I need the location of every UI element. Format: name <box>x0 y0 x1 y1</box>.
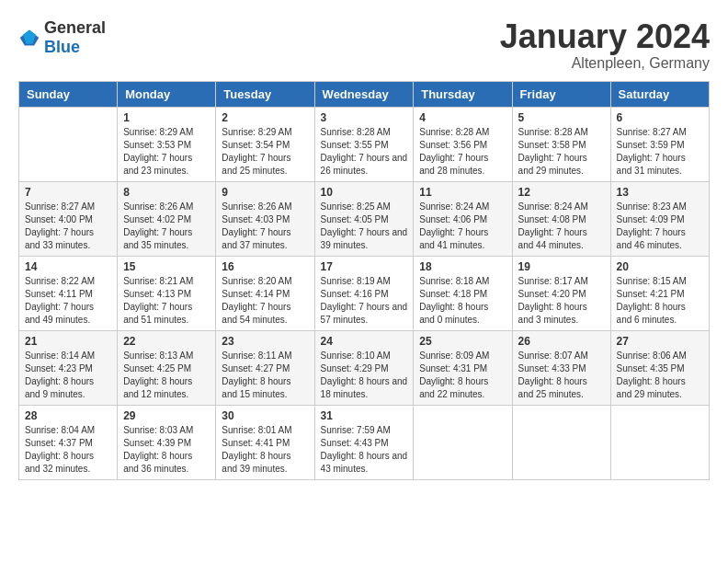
day-info: Sunrise: 8:20 AMSunset: 4:14 PMDaylight:… <box>222 275 308 327</box>
day-number: 21 <box>25 335 111 348</box>
calendar-cell: 22 Sunrise: 8:13 AMSunset: 4:25 PMDaylig… <box>118 330 216 405</box>
day-info: Sunrise: 8:24 AMSunset: 4:08 PMDaylight:… <box>518 201 605 252</box>
day-info: Sunrise: 8:23 AMSunset: 4:09 PMDaylight:… <box>617 201 703 252</box>
day-info: Sunrise: 8:13 AMSunset: 4:25 PMDaylight:… <box>123 350 210 401</box>
day-info: Sunrise: 8:04 AMSunset: 4:37 PMDaylight:… <box>25 424 111 476</box>
day-info: Sunrise: 8:01 AMSunset: 4:41 PMDaylight:… <box>222 424 308 476</box>
calendar-cell <box>19 107 118 181</box>
calendar-cell: 31 Sunrise: 7:59 AMSunset: 4:43 PMDaylig… <box>314 405 414 479</box>
calendar-cell: 12 Sunrise: 8:24 AMSunset: 4:08 PMDaylig… <box>512 181 610 256</box>
calendar-cell: 27 Sunrise: 8:06 AMSunset: 4:35 PMDaylig… <box>610 330 709 405</box>
day-number: 10 <box>321 186 408 199</box>
calendar-cell: 15 Sunrise: 8:21 AMSunset: 4:13 PMDaylig… <box>118 256 216 330</box>
day-info: Sunrise: 8:22 AMSunset: 4:11 PMDaylight:… <box>25 275 111 327</box>
day-info: Sunrise: 8:15 AMSunset: 4:21 PMDaylight:… <box>617 275 703 327</box>
day-number: 31 <box>321 409 408 422</box>
calendar-cell: 20 Sunrise: 8:15 AMSunset: 4:21 PMDaylig… <box>610 256 709 330</box>
day-info: Sunrise: 8:28 AMSunset: 3:55 PMDaylight:… <box>321 126 408 178</box>
calendar-cell: 11 Sunrise: 8:24 AMSunset: 4:06 PMDaylig… <box>414 181 512 256</box>
day-number: 7 <box>25 186 111 199</box>
calendar-cell: 16 Sunrise: 8:20 AMSunset: 4:14 PMDaylig… <box>216 256 314 330</box>
day-number: 12 <box>518 186 605 199</box>
day-info: Sunrise: 8:27 AMSunset: 3:59 PMDaylight:… <box>617 126 703 178</box>
calendar-cell: 10 Sunrise: 8:25 AMSunset: 4:05 PMDaylig… <box>314 181 414 256</box>
calendar-cell: 6 Sunrise: 8:27 AMSunset: 3:59 PMDayligh… <box>610 107 709 181</box>
day-number: 14 <box>25 260 111 273</box>
weekday-header-monday: Monday <box>118 81 216 107</box>
page-header: General Blue January 2024 Altenpleen, Ge… <box>18 18 710 72</box>
day-number: 11 <box>419 186 506 199</box>
day-info: Sunrise: 8:29 AMSunset: 3:53 PMDaylight:… <box>123 126 210 178</box>
calendar-title: January 2024 <box>500 18 710 55</box>
calendar-cell: 25 Sunrise: 8:09 AMSunset: 4:31 PMDaylig… <box>414 330 512 405</box>
calendar-cell: 19 Sunrise: 8:17 AMSunset: 4:20 PMDaylig… <box>512 256 610 330</box>
day-number: 1 <box>123 111 210 124</box>
calendar-cell: 29 Sunrise: 8:03 AMSunset: 4:39 PMDaylig… <box>118 405 216 479</box>
day-info: Sunrise: 8:11 AMSunset: 4:27 PMDaylight:… <box>222 350 308 401</box>
calendar-cell <box>414 405 512 479</box>
logo-blue: Blue <box>44 38 80 56</box>
day-info: Sunrise: 8:03 AMSunset: 4:39 PMDaylight:… <box>123 424 210 476</box>
calendar-cell: 4 Sunrise: 8:28 AMSunset: 3:56 PMDayligh… <box>414 107 512 181</box>
day-number: 6 <box>617 111 703 124</box>
day-info: Sunrise: 8:06 AMSunset: 4:35 PMDaylight:… <box>617 350 703 401</box>
calendar-cell: 1 Sunrise: 8:29 AMSunset: 3:53 PMDayligh… <box>118 107 216 181</box>
day-number: 16 <box>222 260 308 273</box>
calendar-cell: 21 Sunrise: 8:14 AMSunset: 4:23 PMDaylig… <box>19 330 118 405</box>
day-info: Sunrise: 8:28 AMSunset: 3:56 PMDaylight:… <box>419 126 506 178</box>
calendar-cell: 23 Sunrise: 8:11 AMSunset: 4:27 PMDaylig… <box>216 330 314 405</box>
calendar-table: SundayMondayTuesdayWednesdayThursdayFrid… <box>18 81 710 480</box>
day-info: Sunrise: 8:29 AMSunset: 3:54 PMDaylight:… <box>222 126 308 178</box>
day-info: Sunrise: 8:28 AMSunset: 3:58 PMDaylight:… <box>518 126 605 178</box>
day-info: Sunrise: 8:25 AMSunset: 4:05 PMDaylight:… <box>321 201 408 252</box>
day-number: 19 <box>518 260 605 273</box>
day-info: Sunrise: 8:14 AMSunset: 4:23 PMDaylight:… <box>25 350 111 401</box>
calendar-cell: 13 Sunrise: 8:23 AMSunset: 4:09 PMDaylig… <box>610 181 709 256</box>
day-number: 5 <box>518 111 605 124</box>
day-info: Sunrise: 8:07 AMSunset: 4:33 PMDaylight:… <box>518 350 605 401</box>
logo-general: General <box>44 18 106 37</box>
calendar-cell <box>512 405 610 479</box>
calendar-cell: 24 Sunrise: 8:10 AMSunset: 4:29 PMDaylig… <box>314 330 414 405</box>
calendar-cell: 30 Sunrise: 8:01 AMSunset: 4:41 PMDaylig… <box>216 405 314 479</box>
day-info: Sunrise: 8:26 AMSunset: 4:02 PMDaylight:… <box>123 201 210 252</box>
day-info: Sunrise: 8:21 AMSunset: 4:13 PMDaylight:… <box>123 275 210 327</box>
day-number: 15 <box>123 260 210 273</box>
day-number: 13 <box>617 186 703 199</box>
day-number: 24 <box>321 335 408 348</box>
day-number: 20 <box>617 260 703 273</box>
day-number: 27 <box>617 335 703 348</box>
day-number: 17 <box>321 260 408 273</box>
calendar-cell: 5 Sunrise: 8:28 AMSunset: 3:58 PMDayligh… <box>512 107 610 181</box>
day-info: Sunrise: 8:09 AMSunset: 4:31 PMDaylight:… <box>419 350 506 401</box>
day-info: Sunrise: 7:59 AMSunset: 4:43 PMDaylight:… <box>321 424 408 476</box>
calendar-cell: 26 Sunrise: 8:07 AMSunset: 4:33 PMDaylig… <box>512 330 610 405</box>
day-number: 22 <box>123 335 210 348</box>
calendar-cell: 7 Sunrise: 8:27 AMSunset: 4:00 PMDayligh… <box>19 181 118 256</box>
day-info: Sunrise: 8:17 AMSunset: 4:20 PMDaylight:… <box>518 275 605 327</box>
day-number: 28 <box>25 409 111 422</box>
day-info: Sunrise: 8:10 AMSunset: 4:29 PMDaylight:… <box>321 350 408 401</box>
title-block: January 2024 Altenpleen, Germany <box>500 18 710 72</box>
day-info: Sunrise: 8:27 AMSunset: 4:00 PMDaylight:… <box>25 201 111 252</box>
logo: General Blue <box>18 18 106 57</box>
calendar-cell: 18 Sunrise: 8:18 AMSunset: 4:18 PMDaylig… <box>414 256 512 330</box>
day-number: 3 <box>321 111 408 124</box>
weekday-header-thursday: Thursday <box>414 81 512 107</box>
calendar-cell: 28 Sunrise: 8:04 AMSunset: 4:37 PMDaylig… <box>19 405 118 479</box>
day-number: 25 <box>419 335 506 348</box>
logo-icon <box>18 27 40 49</box>
weekday-header-wednesday: Wednesday <box>314 81 414 107</box>
calendar-cell: 9 Sunrise: 8:26 AMSunset: 4:03 PMDayligh… <box>216 181 314 256</box>
day-number: 8 <box>123 186 210 199</box>
day-number: 30 <box>222 409 308 422</box>
day-info: Sunrise: 8:19 AMSunset: 4:16 PMDaylight:… <box>321 275 408 327</box>
day-info: Sunrise: 8:26 AMSunset: 4:03 PMDaylight:… <box>222 201 308 252</box>
day-number: 18 <box>419 260 506 273</box>
calendar-cell: 3 Sunrise: 8:28 AMSunset: 3:55 PMDayligh… <box>314 107 414 181</box>
calendar-cell: 14 Sunrise: 8:22 AMSunset: 4:11 PMDaylig… <box>19 256 118 330</box>
weekday-header-saturday: Saturday <box>610 81 709 107</box>
day-number: 23 <box>222 335 308 348</box>
day-number: 2 <box>222 111 308 124</box>
day-number: 4 <box>419 111 506 124</box>
